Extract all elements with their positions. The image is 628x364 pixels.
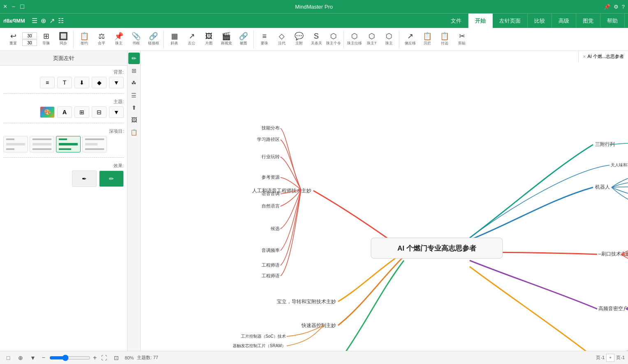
node-sram[interactable]: 器触发芯控制工片（SRAM）: [233, 343, 286, 348]
bg-list-icon[interactable]: ≡: [40, 77, 55, 88]
link-button[interactable]: 🔗 链接框: [145, 30, 162, 48]
bg-down-icon[interactable]: ⬇: [74, 77, 89, 88]
node-yintiao-pinlv[interactable]: 音调频率: [262, 248, 280, 253]
image-button[interactable]: 🖼 片图: [201, 30, 217, 48]
tab-tujue[interactable]: 图觉: [576, 14, 600, 28]
tab-bangzhu[interactable]: 帮助: [600, 14, 625, 28]
spinner-bottom[interactable]: [22, 39, 37, 46]
status-icon-3[interactable]: ▼: [28, 353, 38, 363]
topic-t-button[interactable]: ⬡ 珠主T: [364, 30, 380, 48]
bg-dropdown[interactable]: ▼: [109, 77, 124, 88]
zoom-slider[interactable]: [49, 355, 90, 361]
tab-zuozhenmian[interactable]: 左针页面: [493, 14, 528, 28]
status-icon-2[interactable]: ⊕: [16, 353, 25, 363]
node-hangye-wanzhuan[interactable]: 行业玩转: [262, 154, 280, 159]
topic-button[interactable]: 📌 珠主: [111, 30, 127, 48]
node-tianren[interactable]: 天人味和功绩人器杀源: [611, 163, 628, 167]
table-button[interactable]: ▦ 斜表: [166, 30, 183, 48]
theme-grid1-icon[interactable]: ⊞: [74, 106, 89, 118]
template-1[interactable]: [3, 136, 28, 152]
node-jine-fenbou[interactable]: 技能分布: [261, 125, 280, 130]
menu-icon-1[interactable]: ☰: [32, 17, 37, 25]
comment-button[interactable]: 💬 主附: [291, 30, 307, 48]
side-edit-icon[interactable]: ✏: [128, 53, 140, 64]
paste-button[interactable]: 📋 付远: [436, 30, 453, 48]
settings-icon[interactable]: ⚙: [614, 4, 619, 10]
node-xuexi-lujing[interactable]: 学习路径区: [257, 137, 280, 142]
maximize-btn[interactable]: □: [20, 3, 24, 10]
menu-icon-4[interactable]: ☷: [58, 17, 64, 25]
sync-button[interactable]: 🔲 同步: [55, 30, 72, 48]
minimize-btn[interactable]: －: [10, 2, 17, 11]
topic-icon: 📌: [114, 32, 123, 40]
tab-close-icon[interactable]: ×: [583, 54, 586, 60]
single-topic-button[interactable]: ⬡ 珠主个令: [325, 30, 342, 48]
zoom-minus[interactable]: －: [40, 353, 47, 362]
fullscreen-icon[interactable]: ⊡: [111, 353, 121, 363]
branch-right3-label[interactable]: 高频音密空户斥技术主妙: [598, 306, 628, 311]
node-cankao-ziyuan[interactable]: 参考资源: [262, 175, 280, 180]
fit-screen-icon[interactable]: ⛶: [99, 353, 109, 363]
side-outline-icon[interactable]: ☰: [128, 90, 140, 101]
theme-color-icon[interactable]: 🎨: [40, 106, 55, 118]
tab-item-main[interactable]: × AI 个燃...志思参者: [578, 51, 628, 62]
node-gongchengshi-yu1[interactable]: 工程师语: [262, 263, 280, 267]
side-style-icon[interactable]: ☘: [128, 77, 140, 89]
branch-right1-label[interactable]: 机器人: [595, 184, 610, 190]
node-yuyin-yindiao[interactable]: 语音音调: [262, 191, 280, 196]
theme-row: 🎨 A ⊞ ⊟ ▼: [3, 106, 124, 118]
theme-text-icon[interactable]: A: [57, 106, 72, 118]
page-add-btn[interactable]: +: [606, 354, 614, 362]
tab-bijiao[interactable]: 比较: [528, 14, 552, 28]
theme-grid2-icon[interactable]: ⊟: [92, 106, 107, 118]
topic-plain-button[interactable]: ⬡ 珠主: [381, 30, 397, 48]
tab-kaishi[interactable]: 开始: [468, 14, 493, 28]
tab-wenj[interactable]: 文件: [444, 14, 468, 28]
bg-shape-icon[interactable]: ◆: [92, 77, 107, 88]
diagram-button[interactable]: 🔗 被图: [235, 30, 252, 48]
effect-2[interactable]: ✏: [99, 170, 124, 187]
align-button[interactable]: ↗ 左公: [183, 30, 200, 48]
template-2[interactable]: [30, 136, 54, 152]
side-clip-icon[interactable]: 📋: [128, 127, 140, 138]
help-icon[interactable]: ?: [622, 4, 625, 10]
spinner-top[interactable]: [22, 32, 37, 39]
node-houxuan[interactable]: 候选: [271, 226, 280, 231]
close-btn[interactable]: ×: [3, 3, 7, 10]
canvas-area[interactable]: × AI 个燃...志思参者 AI 个燃门专业高志思参者 人工和语音工程师技术主…: [141, 51, 628, 351]
menu-icon-3[interactable]: ↗: [49, 17, 55, 25]
branch-left2-label[interactable]: 宝立，导转和宝附技术主妙: [277, 299, 336, 304]
side-upload-icon[interactable]: ⬆: [128, 102, 140, 113]
frame-button[interactable]: 📎 书框: [128, 30, 144, 48]
bg-text-icon[interactable]: T: [57, 77, 72, 88]
side-image-icon[interactable]: 🖼: [128, 114, 140, 126]
note-button[interactable]: ◇ 注代: [273, 30, 290, 48]
sign-button[interactable]: 📋 签约: [76, 30, 93, 48]
template-4[interactable]: [82, 136, 107, 152]
side-layout-icon[interactable]: ⊞: [128, 65, 140, 76]
reset-button[interactable]: ↩ 重置: [5, 30, 21, 48]
copy-button[interactable]: 📋 贝拦: [419, 30, 436, 48]
relation-button[interactable]: S 关条关: [308, 30, 324, 48]
node-soc[interactable]: 工片控制器（SoC）技术: [241, 334, 286, 339]
effect-1[interactable]: ✒: [72, 170, 97, 187]
tab-gaoji[interactable]: 高级: [552, 14, 576, 28]
require-button[interactable]: ≡ 要珠: [256, 30, 273, 48]
node-ziran-yuyan[interactable]: 自然语言: [262, 203, 280, 208]
move-left-button[interactable]: ↗ 侧左移: [402, 30, 418, 48]
topic-move-button[interactable]: ⬡ 珠主位移: [346, 30, 363, 48]
central-node-text[interactable]: AI 个燃门专业高志思参者: [397, 244, 477, 252]
branch-left1-label[interactable]: 人工和语音工程师技术主妙: [252, 188, 311, 194]
cut-button[interactable]: ✂ 剪贴: [454, 30, 470, 48]
video-button[interactable]: 🎬 画视觉: [218, 30, 234, 48]
template-3[interactable]: [56, 136, 81, 152]
svg-rect-4: [32, 143, 51, 145]
menu-icon-2[interactable]: ⊕: [41, 17, 46, 25]
zoom-plus[interactable]: +: [93, 354, 97, 362]
layout-button[interactable]: ⊞ 导脑: [38, 30, 54, 48]
balance-button[interactable]: ⚖ 合平: [93, 30, 110, 48]
status-icon-1[interactable]: □: [3, 353, 13, 363]
node-gongchengshi-yu2[interactable]: 工程师语: [262, 273, 280, 278]
branch-left3-label[interactable]: 快速器控制主妙: [301, 323, 336, 328]
theme-dropdown[interactable]: ▼: [109, 106, 124, 118]
